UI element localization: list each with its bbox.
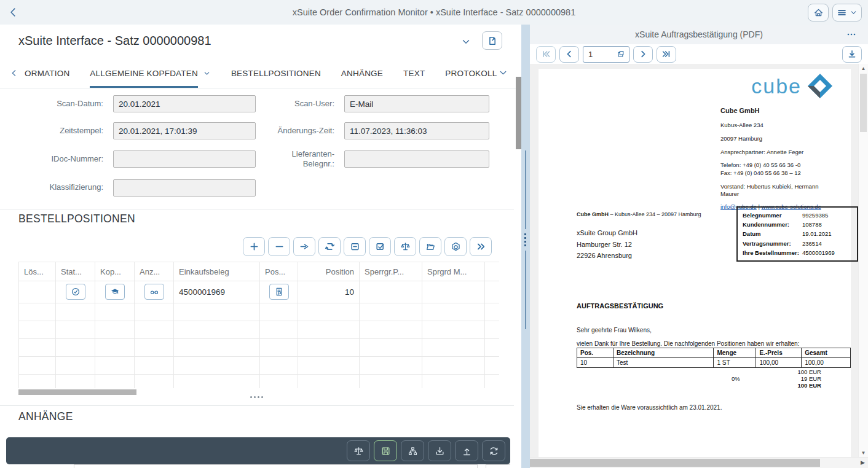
section-divider bbox=[0, 209, 514, 209]
last-page-button[interactable] bbox=[657, 46, 676, 63]
overflow-button[interactable] bbox=[842, 29, 861, 41]
chevron-left-icon bbox=[564, 49, 574, 59]
first-page-button[interactable] bbox=[536, 46, 556, 63]
position-detail-button[interactable] bbox=[269, 284, 289, 300]
collapse-item-button[interactable] bbox=[344, 237, 366, 256]
pdf-vertical-scrollbar[interactable]: ▲ ▼ bbox=[858, 64, 868, 458]
klassifizierung-field bbox=[113, 179, 256, 197]
tab-allgemeine-kopfdaten[interactable]: ALLGEMEINE KOPFDATEN bbox=[90, 58, 211, 88]
col-header[interactable]: Pos... bbox=[260, 262, 298, 281]
balance-button[interactable] bbox=[347, 440, 370, 461]
sync-button[interactable] bbox=[482, 440, 505, 461]
section-divider bbox=[0, 405, 514, 406]
tab-anhaenge[interactable]: ANHÄNGE bbox=[341, 58, 383, 88]
company-board: Vorstand: Hubertus Kubieki, Hermann Maur… bbox=[720, 183, 837, 198]
company-phone: Telefon: +49 (0) 40 55 66 36 -0 bbox=[720, 162, 846, 169]
product-button[interactable] bbox=[444, 237, 467, 256]
add-button[interactable] bbox=[243, 237, 265, 256]
company-city: 20097 Hamburg bbox=[720, 135, 846, 142]
app-window: xSuite Order Confirmation Monitor • xSui… bbox=[0, 0, 868, 468]
panel-splitter[interactable] bbox=[521, 25, 530, 468]
einkaufsbeleg-cell: 4500001969 bbox=[174, 281, 260, 303]
col-header[interactable]: Sperrgr.P... bbox=[360, 262, 422, 281]
tabs-overflow-button[interactable] bbox=[499, 68, 508, 77]
folder-button[interactable] bbox=[419, 237, 441, 256]
collapse-header-button[interactable] bbox=[461, 37, 471, 47]
col-header[interactable]: Lös... bbox=[19, 262, 56, 281]
table-row[interactable]: 4500001969 10 bbox=[18, 281, 499, 303]
chevron-down-icon bbox=[203, 69, 211, 77]
scrollbar-thumb[interactable] bbox=[860, 74, 867, 132]
first-page-icon bbox=[541, 49, 551, 59]
object-header: xSuite Interface - Satz 0000000981 bbox=[0, 25, 521, 58]
table-horizontal-scrollbar[interactable] bbox=[18, 388, 499, 396]
gross-total: 100 EUR bbox=[577, 383, 821, 389]
attachments-section-title: ANHÄNGE bbox=[18, 410, 73, 423]
shell-bar: xSuite Order Confirmation Monitor • xSui… bbox=[0, 0, 868, 25]
aenderungs-zeit-field: 11.07.2023, 11:36:03 bbox=[344, 122, 489, 139]
company-address-block: Cube GmbH Kubus-Allee 234 20097 Hamburg … bbox=[720, 107, 846, 211]
section-resize-handle[interactable] bbox=[0, 396, 513, 398]
prev-page-button[interactable] bbox=[559, 46, 579, 63]
pdf-toolbar bbox=[530, 44, 868, 64]
chevron-left-icon bbox=[10, 69, 18, 77]
pdf-horizontal-scrollbar[interactable]: ▶ bbox=[530, 457, 868, 468]
tab-bar: ORMATION ALLGEMEINE KOPFDATEN BESTELLPOS… bbox=[0, 58, 521, 88]
pin-header-button[interactable] bbox=[482, 31, 502, 50]
forward-all-button[interactable] bbox=[470, 237, 492, 256]
field-label: Lieferanten-Belegnr.: bbox=[266, 149, 334, 170]
home-button[interactable] bbox=[808, 4, 829, 21]
kopfdaten-button[interactable] bbox=[105, 284, 125, 300]
table-header-row: Lös... Stat... Kop... Anz... Einkaufsbel… bbox=[18, 262, 499, 281]
splitter-grip[interactable] bbox=[524, 233, 526, 246]
scrollbar-thumb[interactable] bbox=[530, 459, 820, 467]
col-header[interactable]: Stat... bbox=[56, 262, 95, 281]
tab-text[interactable]: TEXT bbox=[403, 58, 425, 88]
next-page-button[interactable] bbox=[633, 46, 653, 63]
col-header[interactable]: Kop... bbox=[95, 262, 135, 281]
tab-list: ORMATION ALLGEMEINE KOPFDATEN BESTELLPOS… bbox=[25, 58, 497, 88]
accept-button[interactable] bbox=[369, 237, 391, 256]
tax-rate: 0% bbox=[732, 376, 740, 383]
tab-protokoll[interactable]: PROTOKOLL bbox=[445, 58, 497, 88]
recipient-address: xSuite Group GmbH Hamburger Str. 12 2292… bbox=[577, 227, 637, 262]
tab-bestellpositionen[interactable]: BESTELLPOSITIONEN bbox=[231, 58, 321, 88]
hierarchy-button[interactable] bbox=[401, 440, 424, 461]
menu-button[interactable] bbox=[832, 4, 862, 21]
balance-button[interactable] bbox=[394, 237, 416, 256]
folder-icon bbox=[425, 241, 436, 252]
company-contact: Ansprechpartner: Annette Feger bbox=[720, 149, 846, 156]
anzeigen-button[interactable] bbox=[144, 284, 164, 300]
save-button[interactable] bbox=[374, 440, 397, 461]
panel-scrollbar-thumb[interactable] bbox=[516, 77, 521, 149]
scroll-down-arrow[interactable]: ▼ bbox=[859, 450, 868, 456]
scan-datum-field: 20.01.2021 bbox=[113, 95, 256, 112]
col-header[interactable]: Anz... bbox=[135, 262, 174, 281]
net-total: 100 EUR bbox=[577, 369, 821, 376]
page-number-input[interactable] bbox=[587, 49, 603, 60]
download-tray-icon bbox=[435, 446, 445, 456]
scroll-up-arrow[interactable]: ▲ bbox=[859, 66, 868, 71]
tab-information[interactable]: ORMATION bbox=[25, 58, 69, 88]
col-header[interactable]: Position bbox=[298, 262, 360, 281]
cube-diamond-icon bbox=[807, 72, 834, 99]
status-button[interactable] bbox=[66, 284, 85, 300]
scroll-right-arrow[interactable]: ▶ bbox=[861, 459, 865, 466]
pdf-viewport: cube Cube GmbH Kubus-Allee 234 20097 Ham… bbox=[530, 64, 868, 468]
upload-attachment-button[interactable] bbox=[455, 440, 478, 461]
field-label: Änderungs-Zeit: bbox=[266, 126, 334, 136]
download-pdf-button[interactable] bbox=[842, 46, 862, 63]
tabs-scroll-left-button[interactable] bbox=[0, 58, 25, 88]
page-number-box[interactable] bbox=[583, 46, 629, 63]
shell-actions bbox=[808, 4, 862, 21]
forward-button[interactable] bbox=[293, 237, 315, 256]
remove-button[interactable] bbox=[268, 237, 290, 256]
download-attachment-button[interactable] bbox=[428, 440, 451, 461]
circle-check-icon bbox=[71, 287, 81, 297]
col-header[interactable]: Einkaufsbeleg bbox=[174, 262, 260, 281]
hamburger-icon bbox=[837, 7, 847, 18]
scrollbar-thumb[interactable] bbox=[18, 389, 136, 395]
col-header[interactable]: Sprgrd M... bbox=[422, 262, 485, 281]
refresh-button[interactable] bbox=[318, 237, 341, 256]
positions-table: Lös... Stat... Kop... Anz... Einkaufsbel… bbox=[18, 262, 499, 392]
